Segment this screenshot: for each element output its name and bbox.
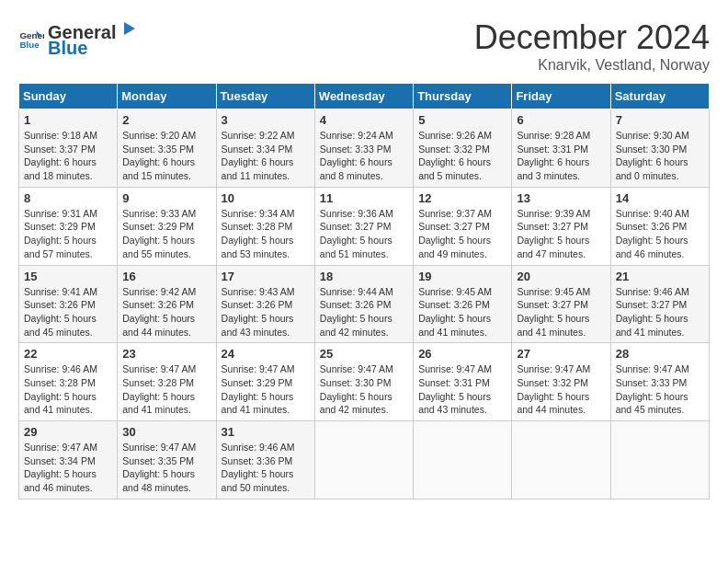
calendar-day-cell: 11 Sunrise: 9:36 AM Sunset: 3:27 PM Dayl…	[314, 187, 413, 265]
weekday-header: Tuesday	[216, 84, 314, 109]
day-info: Sunrise: 9:18 AM Sunset: 3:37 PM Dayligh…	[24, 129, 112, 183]
day-info: Sunrise: 9:28 AM Sunset: 3:31 PM Dayligh…	[517, 129, 605, 183]
day-info: Sunrise: 9:33 AM Sunset: 3:29 PM Dayligh…	[122, 207, 210, 261]
day-info: Sunrise: 9:47 AM Sunset: 3:29 PM Dayligh…	[222, 362, 310, 417]
day-info: Sunrise: 9:47 AM Sunset: 3:35 PM Dayligh…	[122, 441, 210, 495]
calendar-week-row: 22 Sunrise: 9:46 AM Sunset: 3:28 PM Dayl…	[19, 343, 710, 421]
calendar-day-cell: 23 Sunrise: 9:47 AM Sunset: 3:28 PM Dayl…	[118, 343, 216, 421]
day-info: Sunrise: 9:34 AM Sunset: 3:28 PM Dayligh…	[222, 207, 310, 261]
calendar-week-row: 1 Sunrise: 9:18 AM Sunset: 3:37 PM Dayli…	[19, 109, 710, 188]
calendar-day-cell: 7 Sunrise: 9:30 AM Sunset: 3:30 PM Dayli…	[610, 109, 709, 188]
weekday-header: Wednesday	[314, 84, 413, 109]
location-title: Knarvik, Vestland, Norway	[474, 57, 710, 74]
calendar-day-cell	[414, 421, 512, 500]
day-number: 2	[122, 113, 210, 127]
day-number: 4	[320, 113, 408, 127]
day-number: 3	[222, 113, 310, 127]
day-info: Sunrise: 9:36 AM Sunset: 3:27 PM Dayligh…	[320, 207, 408, 261]
day-number: 16	[122, 270, 210, 283]
logo-arrow-icon	[117, 18, 137, 39]
header: General Blue General Blue December 2024 …	[18, 18, 710, 74]
day-number: 19	[418, 270, 506, 283]
day-info: Sunrise: 9:39 AM Sunset: 3:27 PM Dayligh…	[517, 207, 605, 261]
day-info: Sunrise: 9:20 AM Sunset: 3:35 PM Dayligh…	[122, 129, 210, 183]
day-number: 7	[616, 113, 704, 127]
calendar-day-cell: 1 Sunrise: 9:18 AM Sunset: 3:37 PM Dayli…	[19, 109, 118, 188]
day-number: 27	[517, 347, 605, 361]
calendar-day-cell: 8 Sunrise: 9:31 AM Sunset: 3:29 PM Dayli…	[19, 187, 118, 265]
day-info: Sunrise: 9:46 AM Sunset: 3:28 PM Dayligh…	[24, 362, 112, 417]
day-info: Sunrise: 9:47 AM Sunset: 3:33 PM Dayligh…	[616, 362, 704, 417]
calendar-day-cell: 22 Sunrise: 9:46 AM Sunset: 3:28 PM Dayl…	[19, 343, 118, 421]
calendar-day-cell: 28 Sunrise: 9:47 AM Sunset: 3:33 PM Dayl…	[610, 343, 709, 421]
calendar-day-cell	[610, 421, 709, 500]
day-number: 28	[616, 347, 704, 361]
calendar-day-cell: 24 Sunrise: 9:47 AM Sunset: 3:29 PM Dayl…	[216, 343, 314, 421]
calendar-day-cell: 30 Sunrise: 9:47 AM Sunset: 3:35 PM Dayl…	[118, 421, 216, 500]
day-number: 15	[24, 270, 112, 283]
weekday-header: Friday	[512, 84, 610, 109]
day-number: 29	[24, 425, 112, 439]
day-info: Sunrise: 9:37 AM Sunset: 3:27 PM Dayligh…	[418, 207, 506, 261]
day-number: 30	[122, 425, 210, 439]
day-number: 8	[24, 191, 112, 205]
calendar-day-cell: 21 Sunrise: 9:46 AM Sunset: 3:27 PM Dayl…	[610, 265, 709, 343]
day-number: 9	[122, 191, 210, 205]
weekday-header: Sunday	[19, 84, 118, 109]
day-info: Sunrise: 9:47 AM Sunset: 3:34 PM Dayligh…	[24, 441, 112, 495]
day-number: 22	[24, 347, 112, 361]
calendar-day-cell: 5 Sunrise: 9:26 AM Sunset: 3:32 PM Dayli…	[414, 109, 512, 188]
day-number: 1	[24, 113, 112, 127]
month-title: December 2024	[474, 18, 710, 57]
day-info: Sunrise: 9:47 AM Sunset: 3:32 PM Dayligh…	[517, 362, 605, 417]
calendar-day-cell: 26 Sunrise: 9:47 AM Sunset: 3:31 PM Dayl…	[414, 343, 512, 421]
day-info: Sunrise: 9:40 AM Sunset: 3:26 PM Dayligh…	[616, 207, 704, 261]
day-info: Sunrise: 9:42 AM Sunset: 3:26 PM Dayligh…	[122, 285, 210, 339]
day-number: 20	[517, 270, 605, 283]
weekday-header: Saturday	[610, 84, 709, 109]
day-number: 26	[418, 347, 506, 361]
day-info: Sunrise: 9:45 AM Sunset: 3:27 PM Dayligh…	[517, 285, 605, 339]
calendar-day-cell: 12 Sunrise: 9:37 AM Sunset: 3:27 PM Dayl…	[414, 187, 512, 265]
title-area: December 2024 Knarvik, Vestland, Norway	[474, 18, 710, 74]
calendar-week-row: 29 Sunrise: 9:47 AM Sunset: 3:34 PM Dayl…	[19, 421, 710, 500]
day-number: 14	[616, 191, 704, 205]
day-info: Sunrise: 9:43 AM Sunset: 3:26 PM Dayligh…	[222, 285, 310, 339]
day-info: Sunrise: 9:41 AM Sunset: 3:26 PM Dayligh…	[24, 285, 112, 339]
day-number: 13	[517, 191, 605, 205]
calendar-day-cell: 2 Sunrise: 9:20 AM Sunset: 3:35 PM Dayli…	[118, 109, 216, 188]
calendar-day-cell: 25 Sunrise: 9:47 AM Sunset: 3:30 PM Dayl…	[314, 343, 413, 421]
logo-icon: General Blue	[18, 26, 44, 52]
day-info: Sunrise: 9:31 AM Sunset: 3:29 PM Dayligh…	[24, 207, 112, 261]
day-info: Sunrise: 9:30 AM Sunset: 3:30 PM Dayligh…	[616, 129, 704, 183]
calendar-day-cell: 14 Sunrise: 9:40 AM Sunset: 3:26 PM Dayl…	[610, 187, 709, 265]
day-number: 10	[222, 191, 310, 205]
calendar-day-cell	[314, 421, 413, 500]
calendar-day-cell: 20 Sunrise: 9:45 AM Sunset: 3:27 PM Dayl…	[512, 265, 610, 343]
calendar-day-cell: 29 Sunrise: 9:47 AM Sunset: 3:34 PM Dayl…	[19, 421, 118, 500]
day-number: 17	[222, 270, 310, 283]
calendar-day-cell: 15 Sunrise: 9:41 AM Sunset: 3:26 PM Dayl…	[19, 265, 118, 343]
day-number: 23	[122, 347, 210, 361]
calendar-header-row: SundayMondayTuesdayWednesdayThursdayFrid…	[19, 84, 710, 109]
day-number: 6	[517, 113, 605, 127]
day-info: Sunrise: 9:24 AM Sunset: 3:33 PM Dayligh…	[320, 129, 408, 183]
day-number: 12	[418, 191, 506, 205]
svg-text:Blue: Blue	[19, 40, 40, 50]
calendar-day-cell: 13 Sunrise: 9:39 AM Sunset: 3:27 PM Dayl…	[512, 187, 610, 265]
day-info: Sunrise: 9:46 AM Sunset: 3:27 PM Dayligh…	[616, 285, 704, 339]
calendar-day-cell: 4 Sunrise: 9:24 AM Sunset: 3:33 PM Dayli…	[314, 109, 413, 188]
calendar-day-cell: 31 Sunrise: 9:46 AM Sunset: 3:36 PM Dayl…	[216, 421, 314, 500]
calendar-day-cell	[512, 421, 610, 500]
weekday-header: Monday	[118, 84, 216, 109]
calendar-table: SundayMondayTuesdayWednesdayThursdayFrid…	[18, 83, 710, 500]
day-info: Sunrise: 9:47 AM Sunset: 3:30 PM Dayligh…	[320, 362, 408, 417]
logo: General Blue General Blue	[18, 18, 138, 59]
weekday-header: Thursday	[414, 84, 512, 109]
calendar-day-cell: 27 Sunrise: 9:47 AM Sunset: 3:32 PM Dayl…	[512, 343, 610, 421]
day-info: Sunrise: 9:26 AM Sunset: 3:32 PM Dayligh…	[418, 129, 506, 183]
day-number: 21	[616, 270, 704, 283]
calendar-day-cell: 10 Sunrise: 9:34 AM Sunset: 3:28 PM Dayl…	[216, 187, 314, 265]
day-number: 18	[320, 270, 408, 283]
calendar-day-cell: 3 Sunrise: 9:22 AM Sunset: 3:34 PM Dayli…	[216, 109, 314, 188]
